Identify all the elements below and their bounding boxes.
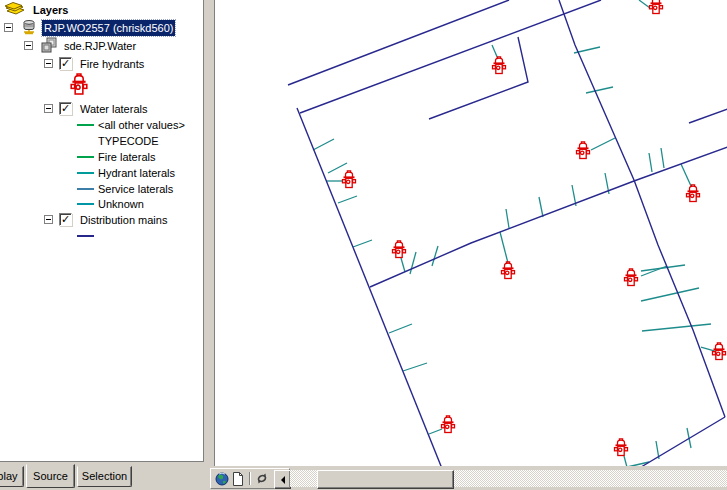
toc-row-hydrant-laterals[interactable]: Hydrant laterals [0, 165, 203, 181]
left-arrow-icon [281, 476, 285, 484]
collapse-expander-icon[interactable] [4, 23, 13, 32]
refresh-view-button[interactable] [254, 471, 270, 486]
toc-row-water-laterals[interactable]: ✓Water laterals [0, 101, 203, 117]
toc-row-rjp-wo2557-chriskd560[interactable]: RJP.WO2557 (chriskd560) [0, 20, 203, 36]
toc-row-legend[interactable] [0, 228, 203, 244]
version-icon [20, 19, 38, 36]
distribution-main-feature [689, 109, 727, 123]
layer-visibility-checkbox[interactable]: ✓ [59, 57, 72, 70]
toc-tab-strip: DisplaySourceSelection [0, 462, 206, 490]
legend-fire-hydrant-symbol [64, 72, 98, 98]
legend-line-symbol [77, 172, 94, 174]
fire-hydrant-feature [442, 416, 455, 433]
layer-visibility-checkbox[interactable]: ✓ [59, 213, 72, 226]
water-lateral-feature [701, 347, 715, 351]
globe-icon [215, 472, 229, 486]
water-lateral-feature [681, 164, 691, 186]
toc-label-all-other-values[interactable]: <all other values> [96, 117, 187, 133]
distribution-main-feature [429, 37, 528, 119]
distribution-main-feature [613, 417, 725, 473]
fire-hydrant-feature [687, 185, 700, 202]
fire-hydrant-feature [625, 269, 638, 286]
water-lateral-feature [389, 324, 412, 333]
horizontal-scrollbar-thumb[interactable] [317, 470, 454, 489]
toc-label-distribution-mains[interactable]: Distribution mains [78, 212, 169, 228]
water-lateral-feature [586, 87, 613, 93]
toc-label-unknown[interactable]: Unknown [96, 196, 146, 212]
map-canvas[interactable] [214, 0, 727, 473]
toolbar-separator [249, 472, 251, 485]
tab-display[interactable]: Display [0, 466, 24, 487]
legend-line-symbol [77, 203, 94, 205]
table-of-contents[interactable]: LayersRJP.WO2557 (chriskd560)sde.RJP.Wat… [0, 0, 204, 462]
horizontal-scrollbar-track[interactable] [290, 470, 727, 487]
toc-row-unknown[interactable]: Unknown [0, 196, 203, 212]
refresh-icon [255, 472, 269, 485]
water-lateral-feature [403, 363, 427, 371]
fire-hydrant-feature [393, 241, 406, 258]
toc-label-layers[interactable]: Layers [31, 2, 70, 18]
fire-hydrant-feature [650, 0, 663, 14]
toc-label-service-laterals[interactable]: Service laterals [96, 181, 175, 197]
water-lateral-feature [506, 209, 509, 228]
tab-source[interactable]: Source [26, 464, 75, 488]
water-lateral-feature [500, 232, 508, 263]
layout-view-button[interactable] [230, 471, 246, 486]
water-lateral-feature [591, 138, 615, 150]
fire-hydrant-feature [343, 171, 356, 188]
tab-selection[interactable]: Selection [77, 466, 132, 487]
fire-hydrant-feature [713, 343, 726, 360]
toc-row-distribution-mains[interactable]: ✓Distribution mains [0, 212, 203, 228]
toc-label-rjp-wo2557-chriskd560[interactable]: RJP.WO2557 (chriskd560) [42, 20, 175, 36]
distribution-main-feature [559, 0, 725, 417]
map-svg [215, 0, 727, 473]
toc-label-typecode[interactable]: TYPECODE [96, 133, 161, 149]
toc-label-fire-hydrants[interactable]: Fire hydrants [78, 56, 146, 72]
fire-hydrant-feature [493, 57, 506, 74]
collapse-expander-icon[interactable] [44, 104, 53, 113]
water-lateral-feature [353, 240, 372, 247]
water-lateral-feature [649, 153, 652, 172]
map-bottom-bar [206, 466, 727, 490]
toc-label-hydrant-laterals[interactable]: Hydrant laterals [96, 165, 177, 181]
fire-hydrant-feature [615, 439, 628, 456]
fire-hydrant-feature [577, 142, 590, 159]
toc-row-all-other-values[interactable]: <all other values> [0, 117, 203, 133]
arcmap-window: { "window": { "chrome_color": "#D4D0C8",… [0, 0, 727, 490]
water-lateral-feature [661, 148, 664, 168]
water-lateral-feature [639, 0, 650, 8]
collapse-expander-icon[interactable] [24, 41, 33, 50]
water-lateral-feature [432, 246, 438, 266]
layer-visibility-checkbox[interactable]: ✓ [59, 102, 72, 115]
collapse-expander-icon[interactable] [44, 59, 53, 68]
toc-row-fire-hydrant-symbol[interactable] [0, 72, 203, 88]
toc-row-layers[interactable]: Layers [0, 2, 203, 18]
toc-row-fire-laterals[interactable]: Fire laterals [0, 149, 203, 165]
group-icon [40, 37, 58, 53]
legend-line-symbol [77, 124, 94, 126]
layers-icon [4, 2, 28, 17]
water-lateral-feature [328, 163, 347, 173]
water-lateral-feature [429, 429, 442, 434]
water-lateral-feature [401, 258, 405, 272]
distribution-main-feature [300, 0, 601, 113]
legend-line-symbol [77, 188, 94, 190]
toc-label-fire-laterals[interactable]: Fire laterals [96, 149, 157, 165]
toc-row-service-laterals[interactable]: Service laterals [0, 181, 203, 197]
toc-row-sde-rjp-water[interactable]: sde.RJP.Water [0, 38, 203, 54]
toc-row-fire-hydrants[interactable]: ✓Fire hydrants [0, 56, 203, 72]
scrollbar-left-button[interactable] [274, 470, 291, 489]
data-view-button[interactable] [214, 471, 230, 486]
water-lateral-feature [642, 324, 711, 331]
legend-line-symbol [77, 156, 94, 158]
collapse-expander-icon[interactable] [44, 215, 53, 224]
page-icon [232, 472, 244, 486]
panel-splitter[interactable] [204, 0, 214, 490]
toc-row-typecode[interactable]: TYPECODE [0, 133, 203, 149]
toc-label-water-laterals[interactable]: Water laterals [78, 101, 149, 117]
legend-line-symbol [77, 235, 94, 237]
water-lateral-feature [338, 196, 357, 203]
fire-hydrant-feature [502, 262, 515, 279]
toc-label-sde-rjp-water[interactable]: sde.RJP.Water [62, 38, 138, 54]
water-lateral-feature [313, 139, 334, 150]
